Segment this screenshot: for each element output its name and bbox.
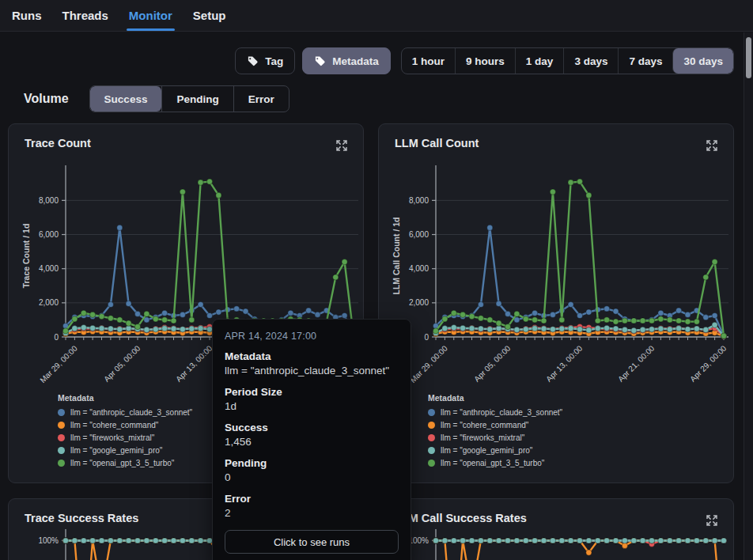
tag-icon [314, 55, 326, 67]
expand-icon [705, 138, 719, 153]
svg-text:Apr 05, 00:00: Apr 05, 00:00 [102, 343, 142, 384]
llm-call-count-chart[interactable]: 02,0004,0006,0008,000Mar 29, 00:00Apr 05… [379, 159, 734, 393]
tooltip-error-value: 2 [225, 507, 399, 520]
svg-text:Apr 21, 00:00: Apr 21, 00:00 [616, 343, 657, 384]
svg-text:4,000: 4,000 [409, 264, 429, 273]
svg-text:Mar 29, 00:00: Mar 29, 00:00 [408, 343, 449, 384]
svg-text:6,000: 6,000 [39, 230, 59, 239]
chart-hover-tooltip: APR 14, 2024 17:00 Metadata llm = "anthr… [212, 319, 411, 560]
tag-filter-label: Tag [265, 55, 283, 67]
legend-item-cohere[interactable]: llm = "cohere_command" [428, 418, 733, 431]
expand-icon [335, 138, 349, 153]
tag-filter-button[interactable]: Tag [235, 47, 295, 74]
legend-item-openai[interactable]: llm = "openai_gpt_3_5_turbo" [428, 456, 733, 469]
svg-text:2,000: 2,000 [409, 298, 429, 307]
tag-icon [247, 55, 259, 67]
time-range-7-days[interactable]: 7 days [618, 48, 672, 74]
legend-dot [428, 422, 435, 429]
tooltip-period-size-value: 1d [225, 400, 399, 413]
tooltip-pending-label: Pending [225, 457, 399, 470]
nav-item-monitor[interactable]: Monitor [127, 0, 175, 31]
svg-text:0: 0 [54, 333, 59, 342]
tooltip-pending-value: 0 [225, 471, 399, 484]
legend-dot [58, 447, 65, 454]
svg-text:8,000: 8,000 [409, 196, 429, 205]
expand-button[interactable] [703, 137, 721, 154]
svg-text:Mar 29, 00:00: Mar 29, 00:00 [38, 343, 79, 384]
see-runs-button[interactable]: Click to see runs [225, 530, 399, 554]
time-range-3-days[interactable]: 3 days [563, 48, 618, 74]
tab-success[interactable]: Success [90, 86, 162, 112]
llm-call-success-rates-card: LLM Call Success Rates 100%Mar 29, 00:00… [378, 498, 734, 560]
svg-text:4,000: 4,000 [39, 264, 59, 273]
time-range-1-hour[interactable]: 1 hour [402, 48, 455, 74]
legend-dot [428, 434, 435, 441]
volume-section-label: Volume [24, 92, 69, 106]
legend-item-fireworks[interactable]: llm = "fireworks_mixtral" [428, 431, 733, 444]
llm-call-success-rates-chart[interactable]: 100%Mar 29, 00:00Apr 05, 00:00Apr 13, 00… [379, 529, 734, 560]
llm-call-count-card: LLM Call Count 02,0004,0006,0008,000Mar … [378, 123, 734, 483]
tooltip-metadata-value: llm = "anthropic_claude_3_sonnet" [225, 365, 399, 377]
time-range-group: 1 hour 9 hours 1 day 3 days 7 days 30 da… [401, 47, 734, 74]
metadata-filter-label: Metadata [332, 55, 379, 67]
svg-text:Apr 05, 00:00: Apr 05, 00:00 [472, 343, 513, 384]
tooltip-timestamp: APR 14, 2024 17:00 [225, 331, 399, 342]
tooltip-success-label: Success [225, 422, 399, 434]
legend-dot [428, 447, 435, 454]
legend-item-google[interactable]: llm = "google_gemini_pro" [428, 444, 733, 456]
time-range-9-hours[interactable]: 9 hours [455, 48, 515, 74]
svg-text:6,000: 6,000 [409, 230, 429, 239]
trace-count-title: Trace Count [25, 137, 91, 149]
vertical-scrollbar-thumb[interactable] [746, 37, 751, 78]
svg-text:100%: 100% [408, 536, 429, 545]
trace-success-rates-title: Trace Success Rates [25, 512, 138, 524]
volume-row: Volume Success Pending Error [0, 74, 753, 112]
time-range-1-day[interactable]: 1 day [515, 48, 564, 74]
legend-title: Metadata [428, 393, 733, 403]
nav-item-runs[interactable]: Runs [9, 0, 44, 31]
svg-text:2,000: 2,000 [39, 298, 59, 307]
svg-text:Trace Count / 1d: Trace Count / 1d [21, 224, 31, 289]
svg-text:LLM Call Count / 1d: LLM Call Count / 1d [392, 218, 401, 295]
filter-row: Tag Metadata 1 hour 9 hours 1 day 3 days… [0, 32, 753, 74]
expand-icon [705, 513, 719, 528]
vertical-scrollbar-track[interactable] [744, 32, 753, 560]
llm-call-success-rates-title: LLM Call Success Rates [395, 512, 527, 524]
legend-dot [58, 434, 65, 441]
nav-item-setup[interactable]: Setup [191, 0, 229, 31]
legend-item-anthropic[interactable]: llm = "anthropic_claude_3_sonnet" [428, 406, 733, 418]
metadata-filter-button[interactable]: Metadata [302, 47, 391, 74]
time-range-30-days[interactable]: 30 days [672, 48, 733, 74]
tooltip-success-value: 1,456 [225, 436, 399, 448]
tooltip-error-label: Error [225, 493, 399, 505]
expand-button[interactable] [703, 512, 721, 529]
tooltip-period-size-label: Period Size [225, 386, 399, 399]
legend-dot [428, 409, 435, 416]
svg-text:8,000: 8,000 [39, 196, 59, 205]
svg-text:100%: 100% [38, 536, 59, 545]
tab-pending[interactable]: Pending [161, 86, 233, 112]
svg-text:0: 0 [424, 333, 429, 342]
chart-legend: Metadata llm = "anthropic_claude_3_sonne… [428, 393, 733, 469]
expand-button[interactable] [333, 137, 350, 154]
legend-dot [58, 422, 65, 429]
svg-text:Apr 13, 00:00: Apr 13, 00:00 [544, 343, 585, 384]
volume-status-tabs: Success Pending Error [89, 85, 289, 112]
svg-text:Apr 13, 00:00: Apr 13, 00:00 [174, 343, 214, 384]
svg-text:Apr 29, 00:00: Apr 29, 00:00 [688, 343, 728, 384]
legend-dot [58, 460, 65, 467]
legend-dot [428, 460, 435, 467]
tooltip-metadata-label: Metadata [225, 350, 399, 363]
top-nav: Runs Threads Monitor Setup [0, 0, 753, 32]
nav-item-threads[interactable]: Threads [60, 0, 111, 31]
legend-dot [58, 409, 65, 416]
llm-call-count-title: LLM Call Count [395, 137, 479, 149]
tab-error[interactable]: Error [233, 86, 289, 112]
